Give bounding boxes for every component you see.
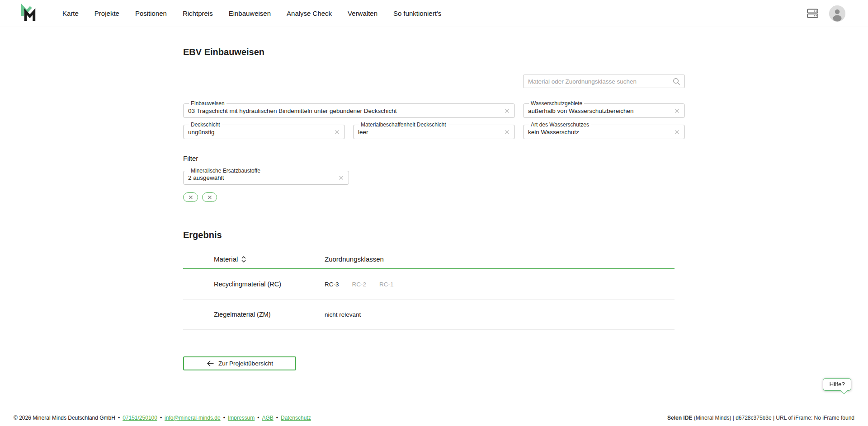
nav-item-karte[interactable]: Karte — [62, 9, 79, 17]
footer-separator: • — [160, 415, 162, 421]
field-art-des-wasserschutzes-label: Art des Wasserschutzes — [529, 122, 591, 128]
navbar-right — [807, 5, 845, 22]
clear-icon[interactable] — [673, 129, 681, 135]
clear-icon[interactable] — [503, 129, 511, 135]
nav-item-projekte[interactable]: Projekte — [94, 9, 119, 17]
footer-separator: • — [257, 415, 259, 421]
column-header-zuordnungsklassen: Zuordnungsklassen — [325, 255, 675, 263]
user-avatar-icon[interactable] — [829, 5, 845, 22]
top-navbar: Karte Projekte Positionen Richtpreis Ein… — [0, 0, 868, 27]
material-cell: Ziegelmaterial (ZM) — [183, 311, 325, 318]
field-materialbeschaffenheit-label: Materialbeschaffenheit Deckschicht — [359, 122, 448, 128]
filter-chip-remove[interactable] — [202, 192, 217, 202]
close-icon — [189, 195, 193, 200]
column-header-material: Material — [183, 255, 325, 263]
search-input[interactable] — [528, 78, 672, 85]
main-content: EBV Einbauweisen Einbauweisen 03 Tragsch… — [183, 47, 685, 370]
table-header-row: Material Zuordnungsklassen — [183, 250, 675, 269]
field-mineralische-ersatzbaustoffe[interactable]: Mineralische Ersatzbaustoffe 2 ausgewähl… — [183, 168, 349, 185]
search-row — [183, 75, 685, 88]
filter-field-wrap: Mineralische Ersatzbaustoffe 2 ausgewähl… — [183, 168, 349, 185]
field-mineralische-ersatzbaustoffe-label: Mineralische Ersatzbaustoffe — [189, 168, 262, 174]
footer-app-detail: (Mineral Minds) | d6728c375b3e | URL of … — [692, 415, 854, 421]
nav-item-verwalten[interactable]: Verwalten — [348, 9, 377, 17]
class-tag: RC-3 — [325, 281, 339, 288]
results-heading: Ergebnis — [183, 230, 685, 240]
page-title: EBV Einbauweisen — [183, 47, 685, 57]
table-row: Recyclingmaterial (RC) RC-3 RC-2 RC-1 — [183, 269, 675, 300]
logo-glyph — [17, 4, 37, 23]
field-deckschicht[interactable]: Deckschicht ungünstig — [183, 122, 345, 139]
footer-link-phone[interactable]: 07151/250100 — [123, 415, 157, 421]
class-tag: nicht relevant — [325, 311, 361, 318]
nav-item-analyse-check[interactable]: Analyse Check — [287, 9, 332, 17]
footer-separator: • — [118, 415, 120, 421]
footer-link-agb[interactable]: AGB — [262, 415, 273, 421]
field-art-des-wasserschutzes-value: kein Wasserschutz — [528, 129, 673, 136]
field-mineralische-ersatzbaustoffe-value: 2 ausgewählt — [188, 174, 337, 181]
nav-item-richtpreis[interactable]: Richtpreis — [183, 9, 213, 17]
field-materialbeschaffenheit-value: leer — [358, 129, 503, 136]
field-einbauweisen-value: 03 Tragschicht mit hydraulischen Bindemi… — [188, 108, 503, 114]
classes-cell: nicht relevant — [325, 311, 675, 318]
footer-link-datenschutz[interactable]: Datenschutz — [281, 415, 311, 421]
footer-left: © 2026 Mineral Minds Deutschland GmbH • … — [14, 415, 311, 421]
footer-link-impressum[interactable]: Impressum — [228, 415, 255, 421]
classes-cell: RC-3 RC-2 RC-1 — [325, 281, 675, 288]
arrow-left-icon — [206, 360, 214, 367]
field-wasserschutzgebiete[interactable]: Wasserschutzgebiete außerhalb von Wasser… — [523, 101, 685, 118]
field-wasserschutzgebiete-value: außerhalb von Wasserschutzbereichen — [528, 108, 673, 114]
footer-right: Selen IDE (Mineral Minds) | d6728c375b3e… — [667, 415, 854, 421]
criteria-fields: Einbauweisen 03 Tragschicht mit hydrauli… — [183, 101, 685, 139]
main-nav: Karte Projekte Positionen Richtpreis Ein… — [62, 9, 441, 17]
footer-app-name: Selen IDE — [667, 415, 692, 421]
avatar-glyph — [829, 5, 845, 22]
help-button[interactable]: Hilfe? — [823, 378, 851, 391]
back-to-projects-button[interactable]: Zur Projektübersicht — [183, 356, 296, 370]
server-icon[interactable] — [807, 7, 819, 19]
clear-icon[interactable] — [673, 108, 681, 114]
sort-icon[interactable] — [241, 256, 246, 263]
footer-separator: • — [276, 415, 278, 421]
footer-link-email[interactable]: info@mineral-minds.de — [165, 415, 221, 421]
clear-icon[interactable] — [333, 129, 341, 135]
filter-chip-remove[interactable] — [183, 192, 198, 202]
mineral-minds-logo-icon[interactable] — [17, 4, 37, 23]
filter-heading: Filter — [183, 154, 685, 162]
field-einbauweisen-label: Einbauweisen — [189, 101, 226, 107]
field-deckschicht-label: Deckschicht — [189, 122, 222, 128]
filter-chips — [183, 192, 685, 202]
clear-icon[interactable] — [337, 175, 345, 181]
field-einbauweisen[interactable]: Einbauweisen 03 Tragschicht mit hydrauli… — [183, 101, 515, 118]
class-tag: RC-2 — [352, 281, 367, 288]
close-icon — [208, 195, 212, 200]
search-icon — [672, 77, 681, 86]
field-art-des-wasserschutzes[interactable]: Art des Wasserschutzes kein Wasserschutz — [523, 122, 685, 139]
field-wasserschutzgebiete-label: Wasserschutzgebiete — [529, 101, 584, 107]
copyright-text: © 2026 Mineral Minds Deutschland GmbH — [14, 415, 115, 421]
nav-item-positionen[interactable]: Positionen — [135, 9, 167, 17]
column-material-label: Material — [214, 255, 238, 263]
search-box — [523, 75, 685, 88]
footer-separator: • — [223, 415, 225, 421]
back-button-label: Zur Projektübersicht — [218, 360, 273, 367]
table-row: Ziegelmaterial (ZM) nicht relevant — [183, 300, 675, 330]
field-deckschicht-value: ungünstig — [188, 129, 333, 136]
field-materialbeschaffenheit[interactable]: Materialbeschaffenheit Deckschicht leer — [353, 122, 515, 139]
results-table: Material Zuordnungsklassen Recyclingmate… — [183, 250, 675, 330]
server-glyph — [807, 7, 819, 19]
class-tag: RC-1 — [379, 281, 394, 288]
nav-item-einbauweisen[interactable]: Einbauweisen — [229, 9, 271, 17]
material-cell: Recyclingmaterial (RC) — [183, 281, 325, 288]
nav-item-so-funktionierts[interactable]: So funktioniert's — [393, 9, 441, 17]
clear-icon[interactable] — [503, 108, 511, 114]
page-footer: © 2026 Mineral Minds Deutschland GmbH • … — [0, 411, 868, 426]
